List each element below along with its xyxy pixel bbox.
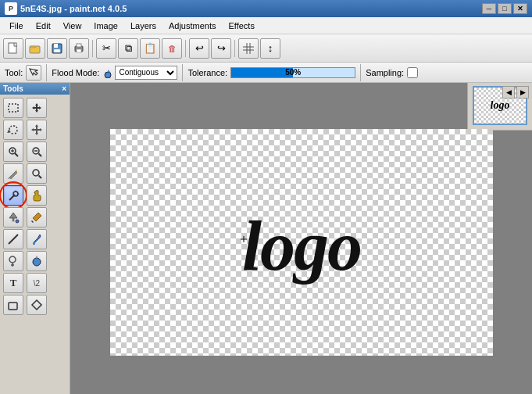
svg-rect-7	[77, 49, 81, 52]
paste-button[interactable]: 📋	[140, 38, 160, 59]
redo-button[interactable]: ↪	[211, 38, 231, 59]
magic-wand-tool[interactable]	[3, 185, 23, 206]
separator-2	[185, 40, 186, 57]
tools-panel: Tools ×	[0, 83, 70, 394]
magnifier-tool[interactable]	[27, 163, 47, 184]
svg-rect-3	[54, 44, 58, 48]
svg-point-12	[105, 72, 111, 78]
canvas-logo: logo	[192, 180, 411, 305]
svg-point-23	[33, 170, 39, 176]
thumbnail-logo-text: logo	[491, 99, 510, 112]
menu-edit[interactable]: Edit	[30, 20, 57, 32]
svg-line-28	[9, 235, 18, 244]
svg-rect-32	[9, 303, 17, 310]
tool-opts-sep3	[360, 64, 361, 81]
separator-1	[92, 40, 93, 57]
flood-mode-select[interactable]: Contiguous Global	[115, 66, 177, 80]
svg-point-30	[9, 256, 16, 263]
tool-options-bar: Tool: Flood Mode: Contiguous Global Tole…	[0, 63, 532, 83]
maximize-button[interactable]: □	[498, 3, 512, 14]
tool-select-dropdown[interactable]	[26, 65, 41, 81]
canvas-wrapper: logo	[110, 129, 493, 356]
svg-rect-6	[77, 44, 81, 47]
color-picker-tool[interactable]	[27, 207, 47, 227]
app-icon: P	[5, 2, 17, 15]
sampling-checkbox[interactable]	[407, 67, 418, 78]
dropper-tool[interactable]	[27, 229, 47, 249]
menu-view[interactable]: View	[57, 20, 88, 32]
svg-marker-33	[32, 300, 41, 310]
minimize-button[interactable]: ─	[482, 3, 496, 14]
svg-line-16	[15, 153, 18, 156]
tolerance-label: Tolerance:	[187, 68, 227, 77]
sampling-label: Sampling:	[366, 68, 404, 77]
svg-rect-26	[12, 218, 14, 221]
tools-grid: T \2	[0, 95, 70, 318]
shapes-tool[interactable]	[3, 295, 23, 315]
svg-line-20	[39, 154, 42, 157]
recolor-tool[interactable]	[27, 251, 47, 271]
delete-button[interactable]: 🗑	[162, 38, 182, 59]
tool-label: Tool:	[5, 68, 23, 77]
cut-button[interactable]: ✂	[96, 38, 116, 59]
flood-mode-label: Flood Mode:	[52, 68, 99, 77]
menu-effects[interactable]: Effects	[223, 20, 261, 32]
toolbar: ✂ ⧉ 📋 🗑 ↩ ↪ ↕	[0, 34, 532, 63]
tools-panel-close-button[interactable]: ×	[62, 84, 66, 93]
separator-3	[234, 40, 235, 57]
copy-button[interactable]: ⧉	[118, 38, 138, 59]
title-bar: P 5nE4S.jpg - paint.net 4.0.5 ─ □ ✕	[0, 0, 532, 17]
thumbnail-nav-next[interactable]: ▶	[516, 86, 529, 98]
undo-button[interactable]: ↩	[189, 38, 209, 59]
text-tool[interactable]: T	[3, 273, 23, 293]
svg-rect-13	[9, 104, 18, 112]
svg-line-14	[8, 130, 9, 133]
tolerance-value: 50%	[231, 68, 355, 77]
canvas-area: logo ◀ ▶ logo	[70, 83, 532, 394]
menu-adjustments[interactable]: Adjustments	[162, 20, 223, 32]
window-controls[interactable]: ─ □ ✕	[482, 3, 527, 14]
pencil-tool[interactable]	[3, 163, 23, 184]
svg-point-31	[33, 258, 41, 266]
paint-bucket-tool[interactable]	[3, 207, 23, 227]
zoom-out-tool[interactable]	[27, 141, 47, 162]
tools-panel-title: Tools	[3, 84, 23, 93]
grid-button[interactable]	[238, 38, 259, 59]
svg-text:logo: logo	[241, 207, 360, 285]
move-pixels-tool[interactable]	[27, 120, 47, 140]
svg-line-24	[39, 176, 42, 179]
move-selection-tool[interactable]	[27, 98, 47, 118]
line-tool[interactable]	[3, 229, 23, 249]
thumbnail-nav-prev[interactable]: ◀	[502, 86, 515, 98]
svg-rect-29	[33, 242, 35, 245]
flood-mode-icon	[102, 67, 113, 78]
thumbnail-section: logo ◀ ▶	[467, 83, 532, 131]
gradient-tool[interactable]: \2	[27, 273, 47, 293]
svg-point-27	[16, 220, 19, 223]
title-text: 5nE4S.jpg - paint.net 4.0.5	[20, 4, 482, 13]
main-area: Tools ×	[0, 83, 532, 394]
svg-rect-4	[54, 49, 60, 52]
lasso-select-tool[interactable]	[3, 120, 23, 140]
close-button[interactable]: ✕	[513, 3, 527, 14]
tolerance-bar[interactable]: 50%	[230, 67, 355, 78]
zoom-tool[interactable]	[3, 141, 23, 162]
pan-tool[interactable]	[27, 185, 47, 206]
menu-file[interactable]: File	[3, 20, 30, 32]
svg-line-22	[9, 177, 9, 179]
rect-select-tool[interactable]	[3, 98, 23, 118]
flip-button[interactable]: ↕	[260, 38, 280, 59]
menu-bar: File Edit View Image Layers Adjustments …	[0, 17, 532, 34]
ellipse-tool[interactable]	[27, 295, 47, 315]
svg-rect-0	[9, 43, 16, 53]
clone-stamp-tool[interactable]	[3, 251, 23, 271]
print-button[interactable]	[69, 38, 89, 59]
tools-panel-header: Tools ×	[0, 83, 70, 95]
menu-image[interactable]: Image	[87, 20, 124, 32]
new-button[interactable]	[3, 38, 23, 59]
save-button[interactable]	[47, 38, 67, 59]
tool-opts-sep1	[46, 64, 47, 81]
menu-layers[interactable]: Layers	[124, 20, 162, 32]
open-button[interactable]	[25, 38, 45, 59]
tool-opts-sep2	[182, 64, 183, 81]
